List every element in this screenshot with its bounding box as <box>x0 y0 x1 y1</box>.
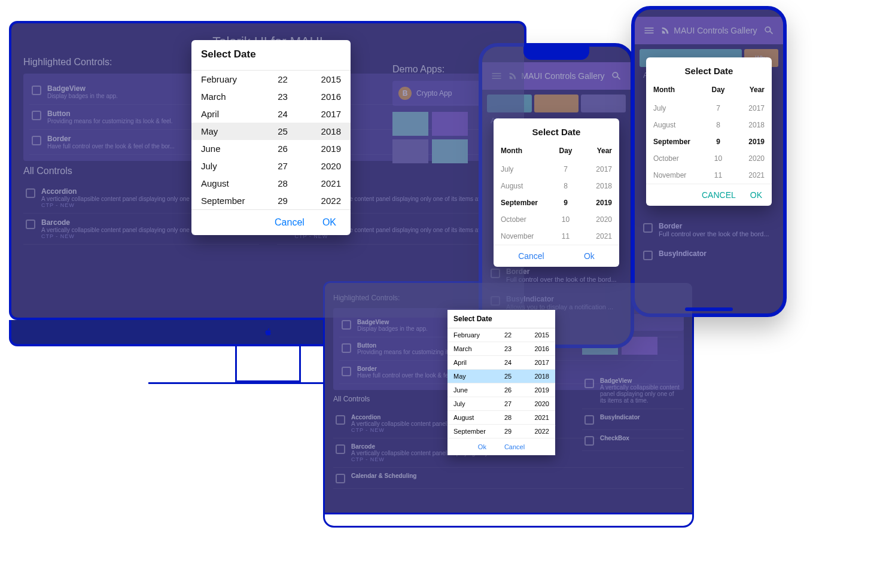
year-header: Year <box>731 86 765 94</box>
ok-button[interactable]: OK <box>750 190 762 200</box>
month-value: October <box>653 154 705 163</box>
date-picker-modal-mac: Select Date February222015March232016Apr… <box>191 40 351 235</box>
ok-button[interactable]: Ok <box>478 443 486 450</box>
year-value: 2018 <box>579 182 612 190</box>
year-value: 2019 <box>579 199 612 207</box>
spinner-row[interactable]: February222015 <box>447 328 555 342</box>
month-value: May <box>201 126 266 136</box>
month-value: November <box>653 171 705 179</box>
spinner-row[interactable]: July72017 <box>646 100 772 117</box>
spinner-row[interactable]: August282021 <box>191 175 351 192</box>
date-spinners[interactable]: February222015March232016April242017May2… <box>191 70 351 209</box>
year-value: 2022 <box>519 428 549 435</box>
spinner-row[interactable]: March232016 <box>191 88 351 105</box>
date-picker-modal-windows: Select Date February222015March232016Apr… <box>447 310 555 455</box>
spinner-row[interactable]: October102020 <box>646 150 772 167</box>
spinner-row[interactable]: October102020 <box>494 211 619 228</box>
modal-footer: Cancel OK <box>191 209 351 235</box>
cancel-button[interactable]: CANCEL <box>702 190 736 200</box>
spinner-row[interactable]: July272020 <box>447 397 555 411</box>
year-value: 2020 <box>579 215 612 224</box>
spinner-row[interactable]: May252018 <box>447 370 555 383</box>
spinner-row[interactable]: August82018 <box>646 117 772 133</box>
year-value: 2020 <box>299 161 341 171</box>
phone-screen: MAUI Controls Gallery All BorderFull con… <box>482 47 631 345</box>
year-value: 2018 <box>731 121 765 129</box>
year-value: 2015 <box>519 331 549 339</box>
spinner-row[interactable]: June262019 <box>447 383 555 397</box>
spinner-row[interactable]: May252018 <box>191 123 351 140</box>
phone-android: MAUI Controls Gallery Why All BorderFull… <box>631 6 787 317</box>
day-value: 25 <box>266 126 299 136</box>
year-value: 2017 <box>579 165 612 173</box>
day-value: 22 <box>497 331 520 339</box>
spinner-row[interactable]: August282021 <box>447 411 555 425</box>
column-headers: Month Day Year <box>494 143 619 161</box>
month-header: Month <box>653 86 705 94</box>
year-value: 2021 <box>731 171 765 179</box>
month-value: February <box>201 74 266 84</box>
spinner-row[interactable]: September292022 <box>191 192 351 209</box>
day-value: 7 <box>705 104 731 112</box>
month-value: February <box>453 331 497 339</box>
imac-stand <box>235 346 301 382</box>
month-value: July <box>501 165 553 173</box>
modal-title: Select Date <box>191 40 351 70</box>
cancel-button[interactable]: Cancel <box>518 251 544 261</box>
year-value: 2017 <box>519 359 549 366</box>
year-value: 2016 <box>519 345 549 352</box>
date-spinners[interactable]: July72017August82018September92019Octobe… <box>494 161 619 245</box>
day-value: 28 <box>497 414 520 421</box>
month-value: September <box>201 196 266 206</box>
spinner-row[interactable]: September92019 <box>646 133 772 150</box>
spinner-row[interactable]: September292022 <box>447 425 555 438</box>
month-value: June <box>201 144 266 154</box>
spinner-row[interactable]: September92019 <box>494 194 619 211</box>
spinner-row[interactable]: April242017 <box>191 105 351 123</box>
spinner-row[interactable]: March232016 <box>447 342 555 356</box>
month-value: April <box>201 109 266 119</box>
date-spinners[interactable]: February222015March232016April242017May2… <box>447 328 555 438</box>
column-headers: Month Day Year <box>646 82 772 100</box>
month-value: July <box>201 161 266 171</box>
laptop-windows: Highlighted Controls: BadgeViewDisplay b… <box>323 281 694 528</box>
day-value: 23 <box>266 92 299 102</box>
spinner-row[interactable]: April242017 <box>447 356 555 370</box>
spinner-row[interactable]: July272020 <box>191 157 351 175</box>
apple-icon <box>263 327 273 337</box>
month-value: June <box>453 386 497 394</box>
year-value: 2021 <box>519 414 549 421</box>
cancel-button[interactable]: Cancel <box>275 217 305 228</box>
month-header: Month <box>501 147 553 155</box>
spinner-row[interactable]: February222015 <box>191 71 351 88</box>
spinner-row[interactable]: August82018 <box>494 178 619 194</box>
year-value: 2022 <box>299 196 341 206</box>
ok-button[interactable]: OK <box>322 217 336 228</box>
day-value: 11 <box>553 232 579 240</box>
spinner-row[interactable]: July72017 <box>494 161 619 178</box>
laptop-screen: Highlighted Controls: BadgeViewDisplay b… <box>323 281 694 514</box>
day-value: 27 <box>266 161 299 171</box>
phone-ios: MAUI Controls Gallery All BorderFull con… <box>479 43 634 348</box>
month-value: March <box>201 92 266 102</box>
modal-footer: Ok Cancel <box>447 438 555 455</box>
year-value: 2018 <box>519 373 549 380</box>
year-value: 2019 <box>519 386 549 394</box>
ok-button[interactable]: Ok <box>584 251 595 261</box>
spinner-row[interactable]: June262019 <box>191 140 351 157</box>
spinner-row[interactable]: November112021 <box>646 167 772 184</box>
year-value: 2018 <box>299 126 341 136</box>
day-value: 28 <box>266 178 299 188</box>
cancel-button[interactable]: Cancel <box>504 443 525 450</box>
day-value: 8 <box>553 182 579 190</box>
date-spinners[interactable]: July72017August82018September92019Octobe… <box>646 100 772 184</box>
modal-footer: Cancel Ok <box>494 245 619 267</box>
year-header: Year <box>579 147 612 155</box>
month-value: August <box>201 178 266 188</box>
modal-title: Select Date <box>494 118 619 143</box>
day-value: 10 <box>553 215 579 224</box>
year-value: 2019 <box>299 144 341 154</box>
month-value: September <box>653 138 705 146</box>
year-value: 2021 <box>299 178 341 188</box>
spinner-row[interactable]: November112021 <box>494 228 619 245</box>
